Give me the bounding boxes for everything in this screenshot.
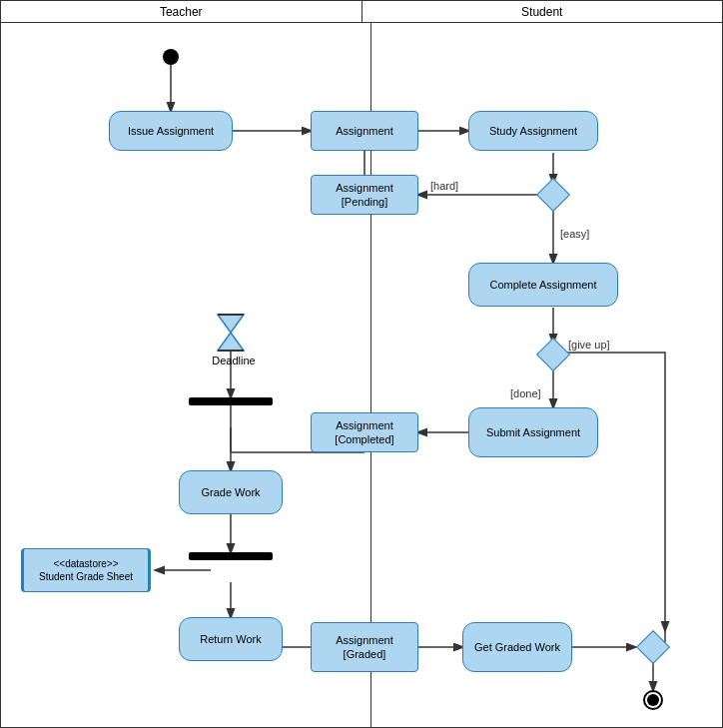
give-up-label: [give up] [568, 339, 610, 351]
done-label: [done] [510, 387, 541, 399]
student-grade-sheet-node: <<datastore>>Student Grade Sheet [21, 548, 151, 592]
complete-assignment-label: Complete Assignment [490, 278, 597, 292]
fork-bar-1 [189, 397, 273, 405]
grade-work-node: Grade Work [179, 470, 283, 514]
easy-label: [easy] [560, 228, 589, 240]
diagram-container: Teacher Student [0, 0, 723, 728]
grade-work-label: Grade Work [201, 485, 260, 499]
diamond-3 [636, 630, 670, 664]
teacher-lane-title: Teacher [1, 1, 362, 22]
return-work-label: Return Work [200, 632, 262, 646]
fork-bar-2 [189, 552, 273, 560]
student-grade-sheet-label: <<datastore>>Student Grade Sheet [39, 557, 133, 583]
submit-assignment-node: Submit Assignment [468, 407, 598, 457]
final-node [643, 690, 663, 710]
assignment-completed-node: Assignment[Completed] [311, 412, 418, 452]
diamond-2 [536, 338, 570, 371]
study-assignment-label: Study Assignment [489, 124, 577, 138]
assignment-graded-node: Assignment[Graded] [311, 622, 418, 672]
study-assignment-node: Study Assignment [468, 111, 598, 151]
diamond-1 [536, 178, 570, 212]
final-node-inner [647, 694, 659, 706]
assignment-label: Assignment [336, 124, 392, 138]
hourglass-icon [214, 313, 248, 353]
assignment-pending-label: Assignment[Pending] [336, 181, 392, 210]
svg-marker-23 [218, 333, 244, 351]
svg-marker-22 [218, 315, 244, 333]
swimlane-header: Teacher Student [1, 1, 722, 23]
return-work-node: Return Work [179, 617, 283, 661]
assignment-completed-label: Assignment[Completed] [335, 418, 393, 447]
assignment-graded-label: Assignment[Graded] [336, 633, 392, 662]
swimlane-body: [hard] [easy] [done] [give up] Issue Ass… [1, 23, 722, 728]
student-lane-title: Student [362, 1, 723, 22]
issue-assignment-node: Issue Assignment [109, 111, 233, 151]
assignment-pending-node: Assignment[Pending] [311, 175, 418, 215]
initial-node [163, 49, 179, 65]
submit-assignment-label: Submit Assignment [486, 425, 580, 439]
get-graded-work-node: Get Graded Work [462, 622, 572, 672]
get-graded-work-label: Get Graded Work [474, 640, 560, 654]
issue-assignment-label: Issue Assignment [128, 124, 214, 138]
complete-assignment-node: Complete Assignment [468, 263, 618, 307]
assignment-node: Assignment [311, 111, 418, 151]
deadline-label: Deadline [204, 355, 264, 366]
hard-label: [hard] [430, 180, 458, 192]
